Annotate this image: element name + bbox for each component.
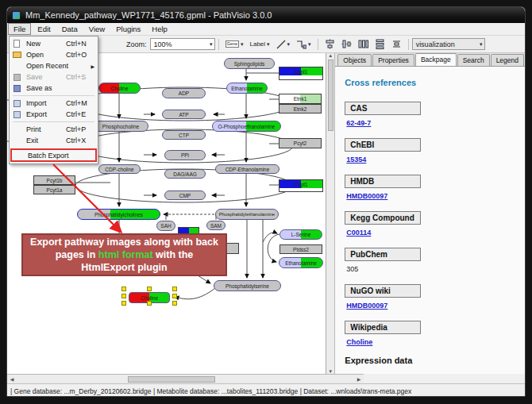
node-sah[interactable]: SAH <box>156 221 175 231</box>
chevron-down-icon[interactable]: ▾ <box>241 41 244 48</box>
menu-item-open-recent[interactable]: Open Recent ▶ <box>10 60 97 71</box>
save-as-icon <box>13 85 21 92</box>
menu-item-exit[interactable]: Exit Ctrl+X <box>10 135 97 146</box>
tab-objects[interactable]: Objects <box>337 54 372 66</box>
resize-handle[interactable] <box>121 287 126 291</box>
gene-box-sgpl1-label: Sgpl1 <box>279 67 322 75</box>
horizontal-scrollbar[interactable]: ◀ ▶ <box>7 374 364 383</box>
node-sam[interactable]: SAM <box>206 221 226 230</box>
gene-box-sgpl1[interactable]: Sgpl1 <box>279 67 323 80</box>
align-center-button[interactable] <box>322 38 337 51</box>
menu-item-print[interactable]: Print Ctrl+P <box>10 124 97 135</box>
crossref-link[interactable]: C00114 <box>346 229 515 237</box>
menu-data[interactable]: Data <box>57 24 83 34</box>
gene-box-etnk2[interactable]: Etnk2 <box>279 104 322 114</box>
menu-item-import[interactable]: Import Ctrl+M <box>10 98 97 109</box>
node-adp[interactable]: ADP <box>162 88 206 98</box>
crossref-section-nugo: NuGO wiki HMDB00097 <box>345 283 515 310</box>
menu-help[interactable]: Help <box>147 24 172 34</box>
side-panel: Objects Properties Backpage Search Legen… <box>335 53 525 374</box>
resize-handle[interactable] <box>121 301 126 306</box>
resize-handle[interactable] <box>147 287 152 291</box>
align-middle-button[interactable] <box>339 38 354 51</box>
resize-handle[interactable] <box>172 294 177 298</box>
node-choline-top[interactable]: Choline <box>98 83 141 94</box>
gene-box-pcyt1b[interactable]: Pcyt1b <box>33 175 75 185</box>
file-menu-dropdown: New Ctrl+N Open Ctrl+O Open Recent ▶ Sav… <box>9 36 98 164</box>
node-l-serine[interactable]: L-Serine <box>279 229 322 240</box>
node-phosphatidylserine[interactable]: Phosphatidylserine <box>214 280 281 291</box>
visualization-combobox[interactable]: visualization ▾ <box>412 38 485 50</box>
chevron-down-icon[interactable]: ▾ <box>308 41 311 48</box>
menu-edit[interactable]: Edit <box>33 24 55 34</box>
node-o-phosphoethanolamine[interactable]: O-Phosphoethanolamine <box>212 121 281 132</box>
node-ethanolamine-2[interactable]: Ethanolamine <box>279 257 323 268</box>
stack-button[interactable] <box>389 38 404 51</box>
chevron-down-icon[interactable]: ▾ <box>206 41 213 48</box>
selection-handles[interactable] <box>121 287 177 306</box>
menu-item-export[interactable]: Export Ctrl+E <box>10 109 97 120</box>
crossref-link[interactable]: HMDB00097 <box>346 302 515 310</box>
scroll-left-icon[interactable]: ◀ <box>7 376 17 382</box>
tab-legend[interactable]: Legend <box>491 54 524 66</box>
window-title: Mm_Kennedy_pathway_WP1771_45176.gpml - P… <box>25 10 272 20</box>
tab-properties[interactable]: Properties <box>372 54 414 66</box>
node-ppi[interactable]: PPi <box>164 150 206 160</box>
resize-handle[interactable] <box>147 301 152 306</box>
node-phosphocholine[interactable]: Phosphocholine <box>93 121 148 132</box>
menu-item-save-as[interactable]: Save as <box>10 83 97 94</box>
resize-handle[interactable] <box>172 287 177 291</box>
crossref-section-chebi: ChEBI 15354 <box>345 137 515 164</box>
gene-box-etnk1[interactable]: Etnk1 <box>279 94 322 104</box>
gene-box-ptdss2[interactable]: Ptdss2 <box>279 244 322 254</box>
crossref-link[interactable]: 62-49-7 <box>346 119 515 127</box>
menu-view[interactable]: View <box>84 24 110 34</box>
connector-tool-button[interactable]: ▾ <box>294 38 314 51</box>
chevron-down-icon[interactable]: ▾ <box>476 41 483 48</box>
tab-search[interactable]: Search <box>457 54 490 66</box>
node-phosphatidylethanolamine[interactable]: Phosphatidylethanolamine <box>215 209 279 220</box>
menu-item-open[interactable]: Open Ctrl+O <box>10 49 97 60</box>
node-ctp[interactable]: CTP <box>162 130 206 140</box>
line-tool-button[interactable]: ▾ <box>274 38 293 51</box>
node-ethanolamine-top[interactable]: Ethanolamine <box>226 83 268 94</box>
gene-box-pcyt2[interactable]: Pcyt2 <box>279 138 322 148</box>
crossref-db-name: PubChem <box>345 248 421 261</box>
zoom-combobox[interactable]: 100% ▾ <box>150 38 215 50</box>
gene-box-chpt1[interactable]: Chpt1 <box>279 179 323 192</box>
crossref-link[interactable]: Choline <box>346 338 515 346</box>
node-cmp[interactable]: CMP <box>164 190 206 200</box>
tab-backpage[interactable]: Backpage <box>415 53 457 66</box>
distribute-vertical-button[interactable] <box>372 38 387 51</box>
vertical-scroll-thumb[interactable] <box>328 60 333 131</box>
menu-plugins[interactable]: Plugins <box>111 24 145 34</box>
crossref-section-hmdb: HMDB HMDB00097 <box>345 173 515 200</box>
vertical-scrollbar[interactable]: ▲ ▼ <box>326 53 335 374</box>
node-atp[interactable]: ATP <box>162 110 206 119</box>
scroll-right-icon[interactable]: ▶ <box>354 376 364 382</box>
distribute-horizontal-button[interactable] <box>356 38 371 51</box>
new-file-icon <box>13 40 20 48</box>
menu-item-batch-export[interactable]: Batch Export <box>10 148 97 162</box>
crossref-link[interactable]: 15354 <box>346 156 515 164</box>
resize-handle[interactable] <box>172 301 177 306</box>
gene-box-pcyt1a[interactable]: Pcyt1a <box>33 185 75 194</box>
node-cdp-ethanolamine[interactable]: CDP-Ethanolamine <box>215 164 279 174</box>
node-dag[interactable]: DAG/AAG <box>164 169 206 179</box>
menu-item-save[interactable]: Save Ctrl+S <box>10 71 97 83</box>
node-phosphatidylcholines[interactable]: Phosphatidylcholines <box>77 209 160 220</box>
horizontal-scroll-thumb[interactable] <box>128 376 215 383</box>
chevron-down-icon[interactable]: ▾ <box>267 41 270 48</box>
scroll-up-icon[interactable]: ▲ <box>326 53 335 58</box>
node-cdp-choline[interactable]: CDP-choline <box>98 164 141 174</box>
resize-handle[interactable] <box>121 294 126 298</box>
gene-tool-button[interactable]: Gene ▾ <box>223 38 246 51</box>
label-tool-button[interactable]: Label ▾ <box>248 38 272 51</box>
align-center-icon <box>325 39 335 49</box>
title-bar[interactable]: Mm_Kennedy_pathway_WP1771_45176.gpml - P… <box>7 7 525 23</box>
menu-item-new[interactable]: New Ctrl+N <box>10 38 97 49</box>
chevron-down-icon[interactable]: ▾ <box>287 41 291 48</box>
node-sphingolipids[interactable]: Sphingolipids <box>224 58 275 69</box>
crossref-link[interactable]: HMDB00097 <box>346 192 515 200</box>
menu-file[interactable]: File <box>8 23 31 35</box>
